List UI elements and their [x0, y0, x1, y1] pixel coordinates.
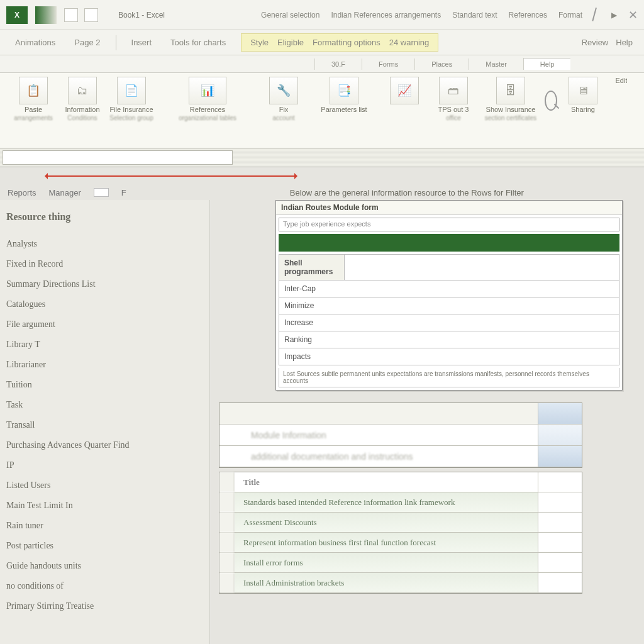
search-icon[interactable] [545, 91, 557, 111]
ribbon-item-1[interactable]: 🗂 Information Conditions [59, 77, 106, 145]
l1-cap[interactable] [538, 403, 582, 424]
l1-row[interactable]: additional documentation and instruction… [219, 446, 538, 467]
ribbon-item-9[interactable]: 🖥 Sharing [560, 77, 606, 145]
l2-row[interactable]: Install error forms [235, 553, 538, 572]
formula-input[interactable] [235, 148, 644, 167]
dialog-row[interactable]: Impacts [279, 348, 619, 365]
title-menu-3[interactable]: References [509, 11, 547, 19]
hl-tab-1[interactable]: Eligible [277, 38, 304, 47]
dialog-td[interactable] [345, 255, 619, 280]
sub-tab-4[interactable]: Help [523, 58, 571, 70]
sub-tab-0[interactable]: 30.F [314, 58, 362, 70]
sub-tab-3[interactable]: Master [469, 58, 523, 70]
l1-cap[interactable] [538, 446, 582, 467]
app-icon[interactable]: X [6, 6, 28, 24]
l2-cap[interactable] [538, 513, 582, 532]
sidebar-item[interactable]: Purchasing Advances Quarter Find [6, 435, 203, 455]
sidebar-item[interactable]: no conditions of [6, 576, 203, 596]
l2-cap[interactable] [538, 553, 582, 572]
sidebar-item[interactable]: Transall [6, 415, 203, 435]
dialog-search[interactable]: Type job experience expects [279, 218, 619, 231]
l2-row[interactable]: Install Administration brackets [235, 573, 538, 592]
app-icon-secondary[interactable] [35, 6, 57, 24]
ribbon-tab-3[interactable]: Tools for charts [167, 35, 230, 50]
hl-tab-2[interactable]: Formatting options [313, 38, 380, 47]
sidebar-item[interactable]: Librarianer [6, 355, 203, 375]
arrow-row [0, 167, 644, 185]
sub-tab-2[interactable]: Places [414, 58, 469, 70]
sidebar-item[interactable]: Main Test Limit In [6, 496, 203, 516]
ribbon-item-7[interactable]: 🗃 TPS out 3 office [430, 77, 477, 145]
sidebar-item[interactable]: Listed Users [6, 475, 203, 496]
l2-row[interactable]: Assessment Discounts [235, 513, 538, 532]
sidebar-item[interactable]: Post particles [6, 536, 203, 556]
ribbon-item-2[interactable]: 📄 File Insurance Selection group [108, 77, 155, 145]
ribbon-tab-right-1[interactable]: Help [616, 38, 633, 47]
formula-bar [0, 148, 644, 167]
ribbon-item-label: Sharing [571, 106, 595, 113]
sidebar-item[interactable]: Guide handouts units [6, 556, 203, 576]
sidebar-item[interactable]: Rain tuner [6, 516, 203, 536]
l1-cap[interactable] [538, 425, 582, 445]
dialog-row[interactable]: Increase [279, 314, 619, 331]
sidebar-item[interactable]: Catalogues [6, 294, 203, 314]
ribbon-item-label: Edit [616, 77, 628, 84]
ribbon-tab-1[interactable]: Page 2 [70, 35, 104, 50]
dialog-row[interactable]: Inter-Cap [279, 280, 619, 297]
l2-cap[interactable] [538, 492, 582, 512]
hl-tab-0[interactable]: Style [250, 38, 269, 47]
l2-row[interactable]: Represent information business first fin… [235, 533, 538, 552]
ribbon-tabs: Animations Page 2 Insert Tools for chart… [0, 30, 644, 55]
cursor-icon [592, 8, 601, 23]
sidebar-item[interactable]: Summary Directions List [6, 274, 203, 294]
crumb-c[interactable]: F [121, 188, 126, 197]
sidebar-item[interactable]: Primary Stirring Treatise [6, 596, 203, 616]
l1-row[interactable] [219, 403, 538, 424]
play-icon[interactable]: ▶ [611, 11, 617, 19]
sidebar-item[interactable]: Library T [6, 335, 203, 355]
ribbon-item-8[interactable]: 🗄 Show Insurance section certificates [479, 77, 542, 145]
crumb-b[interactable]: Manager [49, 188, 81, 197]
ribbon-item-label: Paste [25, 106, 42, 113]
crumb-a[interactable]: Reports [8, 188, 36, 197]
ribbon-item-label: TPS out 3 [438, 106, 469, 113]
ribbon-item-label: Parameters list [321, 106, 367, 113]
quick-icon-1[interactable] [64, 8, 78, 22]
dialog-title: Indian Routes Module form [276, 201, 622, 215]
name-box[interactable] [3, 150, 233, 165]
title-menu-4[interactable]: Format [558, 11, 582, 19]
ribbon-tab-2[interactable]: Insert [128, 35, 156, 50]
l2-cap[interactable] [538, 573, 582, 592]
sub-tab-1[interactable]: Forms [362, 58, 414, 70]
hl-tab-3[interactable]: 24 warning [389, 38, 430, 47]
sidebar-item[interactable]: IP [6, 455, 203, 475]
l2-cap[interactable] [538, 533, 582, 552]
dialog-row[interactable]: Minimize [279, 297, 619, 314]
quick-icon-2[interactable] [84, 8, 98, 22]
close-icon[interactable]: ✕ [628, 8, 638, 22]
ribbon-item-3[interactable]: 📊 References organizational tables [157, 77, 258, 145]
ribbon-tab-right-0[interactable]: Review [582, 38, 609, 47]
ribbon-item-label: Show Insurance [486, 106, 536, 113]
ribbon-item-6[interactable]: 📈 [381, 77, 428, 145]
params-icon: 📑 [330, 77, 358, 104]
title-menu-1[interactable]: Indian References arrangements [331, 11, 441, 19]
divider [116, 35, 116, 50]
sidebar-item[interactable]: Analysts [6, 234, 203, 254]
ribbon-item-0[interactable]: 📋 Paste arrangements [10, 77, 57, 145]
l2-row[interactable]: Title [235, 472, 538, 492]
sidebar-item[interactable]: Tuition [6, 375, 203, 395]
l2-row[interactable]: Standards based intended Reference infor… [235, 492, 538, 512]
title-menu-2[interactable]: Standard text [452, 11, 497, 19]
ribbon-item-4[interactable]: 🔧 Fix account [260, 77, 307, 145]
dialog-row[interactable]: Ranking [279, 331, 619, 348]
ribbon-item-5[interactable]: 📑 Parameters list [309, 77, 379, 145]
ribbon-item-10[interactable]: Edit [609, 77, 634, 145]
sidebar-item[interactable]: Task [6, 395, 203, 415]
sidebar-item[interactable]: Fixed in Record [6, 254, 203, 274]
sidebar-item[interactable]: File argument [6, 314, 203, 335]
l1-row[interactable]: Module Information [219, 425, 538, 445]
ribbon-tab-0[interactable]: Animations [11, 35, 59, 50]
l2-cap[interactable] [538, 472, 582, 492]
title-menu-0[interactable]: General selection [261, 11, 319, 19]
